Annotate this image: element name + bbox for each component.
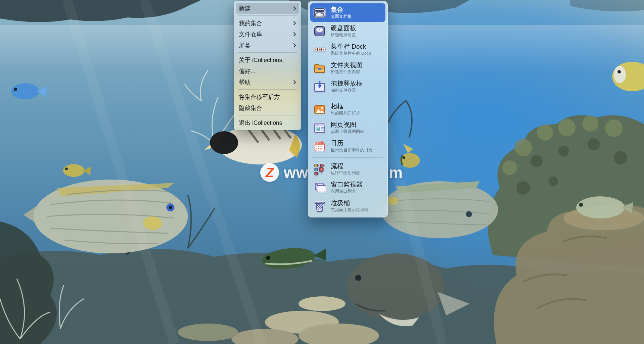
menu-item-label: 关于 iCollections — [239, 56, 282, 64]
submenu-item-subtitle: 应用窗口列表 — [331, 189, 363, 194]
submenu-item-title: 相框 — [331, 103, 360, 110]
submenu-item-title: 硬盘面板 — [331, 24, 356, 32]
menu-item-label: 隐藏集合 — [239, 104, 262, 112]
menu-item-label: 将集合移至后方 — [239, 93, 280, 101]
chevron-right-icon — [293, 21, 296, 26]
submenu-item-subtitle: 显示您当前事件的日历 — [331, 148, 373, 153]
trash-icon — [312, 199, 327, 213]
chevron-right-icon — [293, 43, 296, 48]
menu-item-screen[interactable]: 屏幕 — [236, 40, 299, 51]
icollections-context-menu: 新建 我的集合 文件仓库 屏幕 关于 iCollections 偏好... 帮助 — [234, 1, 301, 130]
submenu-item-subtitle: 在桌面上显示垃圾桶 — [331, 207, 369, 212]
folder-view-icon — [312, 61, 327, 75]
submenu-item-title: 网页视图 — [331, 121, 364, 129]
menu-item-help[interactable]: 帮助 — [236, 77, 299, 88]
drop-box-icon — [312, 80, 327, 93]
submenu-item-title: 菜单栏 Dock — [331, 43, 371, 50]
menu-item-new[interactable]: 新建 — [236, 3, 299, 14]
submenu-item-window-monitor[interactable]: 窗口监视器 应用窗口列表 — [310, 178, 385, 197]
menu-separator — [238, 115, 297, 115]
submenu-item-calendar[interactable]: 日历 显示您当前事件的日历 — [310, 137, 385, 155]
calendar-icon — [312, 140, 327, 153]
submenu-item-title: 拖拽释放框 — [331, 80, 363, 87]
chevron-right-icon — [293, 32, 296, 37]
menu-item-label: 新建 — [239, 4, 251, 12]
menu-item-my-collections[interactable]: 我的集合 — [236, 17, 299, 29]
menu-item-label: 我的集合 — [239, 19, 262, 27]
submenu-separator — [312, 98, 383, 98]
menu-item-file-repository[interactable]: 文件仓库 — [236, 29, 299, 40]
submenu-item-subtitle: 桌面上收藏的网站 — [331, 129, 364, 134]
menu-item-label: 退出 iCollections — [239, 119, 282, 127]
submenu-item-menubar-dock[interactable]: 菜单栏 Dock 系统菜单栏中的 Dock — [310, 40, 385, 59]
chevron-right-icon — [293, 80, 296, 85]
submenu-item-subtitle: 您的照片幻灯片 — [331, 111, 360, 116]
submenu-item-hard-disk-panel[interactable]: 硬盘面板 所选电脑硬盘 — [310, 22, 385, 40]
submenu-item-collection[interactable]: 集合 桌面文档集 — [310, 3, 385, 22]
submenu-item-title: 日历 — [331, 140, 373, 147]
submenu-item-subtitle: 所选文件夹内容 — [331, 69, 363, 75]
submenu-separator — [312, 157, 383, 158]
submenu-item-subtitle: 临时文件容器 — [331, 88, 363, 93]
submenu-item-subtitle: 系统菜单栏中的 Dock — [331, 51, 371, 56]
submenu-item-title: 集合 — [331, 6, 352, 13]
menu-item-preferences[interactable]: 偏好... — [236, 65, 299, 77]
menu-item-label: 帮助 — [239, 78, 251, 86]
menu-item-label: 文件仓库 — [239, 30, 262, 38]
submenu-item-subtitle: 所选电脑硬盘 — [331, 33, 356, 38]
window-monitor-icon — [312, 181, 327, 194]
submenu-item-title: 流程 — [331, 162, 360, 170]
submenu-item-web-view[interactable]: 网页视图 桌面上收藏的网站 — [310, 118, 385, 137]
submenu-item-photo-frame[interactable]: 相框 您的照片幻灯片 — [310, 100, 385, 118]
menu-separator — [238, 89, 297, 90]
submenu-item-subtitle: 桌面文档集 — [331, 14, 352, 19]
submenu-item-title: 垃圾桶 — [331, 199, 369, 207]
web-view-icon — [312, 121, 327, 135]
submenu-item-folder-view[interactable]: 文件夹视图 所选文件夹内容 — [310, 59, 385, 77]
menu-item-hide-collection[interactable]: 隐藏集合 — [236, 102, 299, 113]
menu-separator — [238, 52, 297, 53]
menu-item-label: 偏好... — [239, 67, 256, 75]
submenu-item-subtitle: 运行中应用列表 — [331, 170, 360, 176]
submenu-item-drop-box[interactable]: 拖拽释放框 临时文件容器 — [310, 77, 385, 96]
photo-frame-icon — [312, 103, 327, 116]
menu-item-label: 屏幕 — [239, 41, 251, 49]
new-submenu: 集合 桌面文档集 硬盘面板 所选电脑硬盘 — [308, 1, 388, 217]
menubar-dock-icon — [312, 43, 327, 56]
collection-icon — [312, 6, 327, 19]
menu-item-quit-icollections[interactable]: 退出 iCollections — [236, 117, 299, 128]
menu-item-send-collection-back[interactable]: 将集合移至后方 — [236, 91, 299, 102]
submenu-item-title: 文件夹视图 — [331, 61, 363, 69]
hard-disk-icon — [312, 24, 327, 38]
submenu-item-title: 窗口监视器 — [331, 181, 363, 188]
flow-icon — [312, 162, 327, 176]
chevron-right-icon — [293, 6, 296, 11]
submenu-item-trash[interactable]: 垃圾桶 在桌面上显示垃圾桶 — [310, 197, 385, 215]
menu-item-about-icollections[interactable]: 关于 iCollections — [236, 54, 299, 65]
menu-separator — [238, 15, 297, 16]
submenu-item-flow[interactable]: 流程 运行中应用列表 — [310, 160, 385, 178]
